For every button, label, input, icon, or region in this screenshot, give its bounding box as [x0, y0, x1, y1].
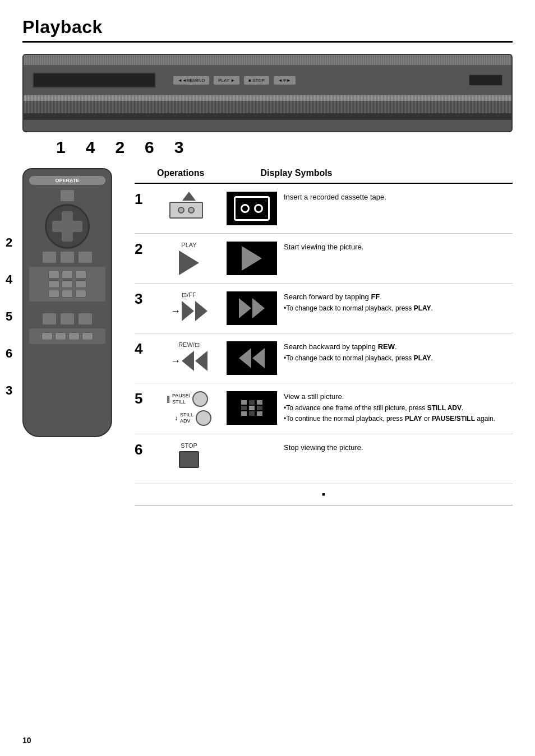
step-4-display [227, 341, 277, 375]
still-cell-5 [249, 406, 255, 410]
step-5-sub1: •To advance one frame of the still pictu… [284, 404, 463, 412]
step-6-display [227, 442, 277, 476]
step-2-display [227, 242, 277, 275]
cassette-display-symbol [234, 196, 270, 221]
remote-tiny-2 [62, 271, 73, 279]
rew-icon-group: → [170, 351, 207, 371]
step-3-display [227, 291, 277, 325]
callout-3: 3 [174, 138, 184, 157]
side-num-6: 6 [6, 346, 12, 361]
vcr-btn-stop: ■ STOP [243, 76, 270, 85]
step-5-main: View a still picture. [284, 392, 344, 401]
callout-2: 2 [115, 138, 124, 157]
remote-bottom-row1 [29, 313, 105, 325]
pause-still-group: ‖ PAUSE/STILL [167, 391, 208, 407]
pause-still-label: PAUSE/STILL [172, 393, 190, 405]
step-6-op-label: STOP [181, 442, 197, 449]
step-6-desc: Stop viewing the picture. [284, 442, 513, 453]
step-4-play-bold: PLAY [414, 354, 431, 362]
remote-section-2 [29, 328, 105, 344]
bottom-dot: ▪ [135, 489, 513, 500]
reel-left [178, 207, 185, 214]
step-3-op-label: ⊡/FF [182, 291, 196, 299]
remote-tiny-4 [48, 280, 59, 288]
still-cell-1 [241, 400, 247, 405]
step-5-bold2: PLAY [405, 415, 422, 423]
vcr-middle: ◄◄REWIND PLAY ► ■ STOP ◄/F► [24, 65, 511, 95]
step-5-sub2: •To continue the normal playback, press … [284, 415, 495, 423]
remote-nav-cross [45, 204, 90, 249]
step-1-operation [158, 192, 220, 220]
remote-tiny-1 [48, 271, 59, 279]
vcr-display [469, 75, 502, 86]
ff-display-symbol [239, 298, 265, 318]
remote-tiny-b [55, 332, 66, 340]
step-6-row: 6 STOP Stop viewing the picture. [135, 434, 513, 484]
display-reel-right [254, 204, 263, 213]
still-adv-arrow: ↓ [174, 414, 178, 422]
pause-circle-btn [192, 391, 208, 407]
step-1-desc-text: Insert a recorded cassette tape. [284, 193, 386, 201]
pause-label: ‖ [167, 395, 170, 403]
step-6-operation: STOP [158, 442, 220, 468]
remote-small-row1 [31, 271, 103, 279]
remote-tiny-a [41, 332, 53, 340]
remote-btn-1 [60, 189, 75, 202]
remote-tiny-9 [75, 290, 86, 298]
still-col-3 [257, 400, 262, 416]
rew-arrow-indicator: → [170, 355, 181, 367]
vcr-middle-strip [24, 95, 511, 101]
remote-control: OPERATE [22, 168, 112, 437]
display-symbols-header: Display Symbols [260, 168, 332, 178]
remote-operate-label: OPERATE [29, 176, 105, 185]
step-2-operation: PLAY [158, 242, 220, 275]
vcr-btn-rewind: ◄◄REWIND [173, 76, 210, 85]
remote-tiny-6 [75, 280, 86, 288]
remote-tiny-3 [75, 271, 86, 279]
remote-bottom-btn3 [78, 313, 93, 325]
still-cell-7 [257, 400, 262, 405]
remote-pause-btn [42, 251, 57, 263]
remote-container: 2 4 5 6 3 OPERATE [22, 168, 123, 505]
callout-1: 1 [56, 138, 66, 157]
display-reel-left [241, 204, 250, 213]
remote-tiny-d [82, 332, 93, 340]
ff-arrow-indicator: → [170, 305, 181, 317]
step-4-desc: Search backward by tapping REW. •To chan… [284, 341, 513, 363]
side-num-4: 4 [6, 272, 12, 287]
vcr-tape-slot [33, 72, 156, 88]
instructions-header: Operations Display Symbols [135, 168, 513, 178]
ff-disp-tri-1 [239, 298, 251, 318]
step-3-desc: Search forward by tapping FF. •To change… [284, 291, 513, 313]
step-5-row: 5 ‖ PAUSE/STILL ↓ STILLADV [135, 383, 513, 434]
remote-stop-btn [60, 251, 75, 263]
step-1-display [227, 192, 277, 225]
step-3-play-bold: PLAY [414, 304, 431, 312]
step-5-display [227, 391, 277, 425]
side-num-5: 5 [6, 309, 12, 324]
remote-small-row2 [31, 280, 103, 288]
callout-numbers: 1 4 2 6 3 [22, 138, 513, 157]
ff-triangle-1 [182, 301, 194, 321]
step-5-bold3: PAUSE/STILL [432, 415, 475, 423]
step-2-op-label: PLAY [181, 242, 196, 248]
still-cell-3 [241, 411, 247, 416]
page-number: 10 [22, 736, 31, 745]
step-2-num: 2 [135, 242, 151, 256]
page-title: Playback [22, 17, 513, 38]
remote-bottom-btn2 [60, 313, 75, 325]
step-4-bold: REW [378, 342, 395, 351]
rew-triangle-2 [195, 351, 207, 371]
step-1-desc: Insert a recorded cassette tape. [284, 192, 513, 203]
step-5-desc: View a still picture. •To advance one fr… [284, 391, 513, 424]
still-cell-2 [241, 406, 247, 410]
step-4-sub: •To change back to normal playback, pres… [284, 354, 433, 362]
remote-top-row [29, 189, 105, 202]
step-4-operation: REW/⊡ → [158, 341, 220, 371]
step-5-num: 5 [135, 391, 151, 406]
vcr-device-image: ◄◄REWIND PLAY ► ■ STOP ◄/F► [22, 54, 513, 132]
step-5-bold1: STILL ADV [427, 404, 462, 412]
vcr-top-strip [24, 55, 511, 65]
still-cell-8 [257, 406, 262, 410]
title-rule [22, 41, 513, 43]
